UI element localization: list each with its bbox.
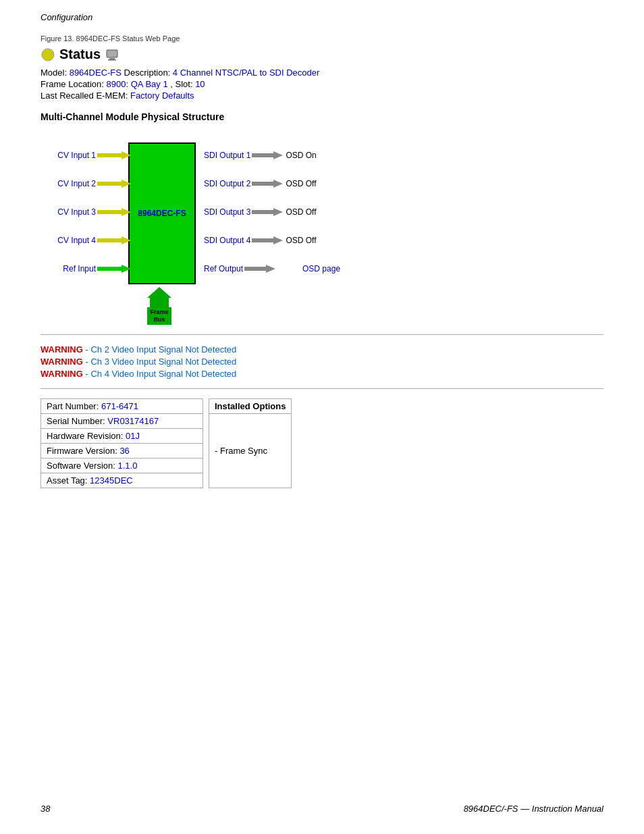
svg-marker-5 <box>97 180 131 188</box>
svg-marker-13 <box>244 265 275 273</box>
page-footer: 38 8964DEC/-FS — Instruction Manual <box>0 804 644 814</box>
svg-marker-12 <box>252 236 283 244</box>
divider-2 <box>41 388 603 389</box>
model-line: Model: 8964DEC-FS Description: 4 Channel… <box>41 68 603 78</box>
frame-location-value[interactable]: 8900: QA Bay 1 <box>107 79 168 89</box>
sdi-output-2-row: SDI Output 2 OSD Off <box>204 178 317 190</box>
cv-input-1-label[interactable]: CV Input 1 <box>41 151 96 160</box>
last-recalled-line: Last Recalled E-MEM: Factory Defaults <box>41 90 603 101</box>
table-row: Firmware Version: 36 <box>41 444 203 459</box>
description-value[interactable]: 4 Channel NTSC/PAL to SDI Decoder <box>173 68 320 78</box>
info-value: 01J <box>126 431 140 441</box>
info-value: 12345DEC <box>90 475 133 486</box>
diagram: 8964DEC-FS CV Input 1 CV Input 2 CV Inpu… <box>41 129 392 325</box>
cv-input-1-arrow <box>97 149 131 161</box>
cv-input-3-arrow <box>97 206 131 218</box>
table-row: Software Version: 1.1.0 <box>41 459 203 473</box>
svg-marker-14 <box>147 287 171 307</box>
model-value[interactable]: 8964DEC-FS <box>70 68 122 78</box>
svg-marker-11 <box>252 208 283 216</box>
sdi-output-2-osd: OSD Off <box>286 179 316 188</box>
sdi-output-2-label[interactable]: SDI Output 2 <box>204 179 250 188</box>
info-table: Part Number: 671-6471Serial Number: VR03… <box>41 398 203 488</box>
ref-output-arrow <box>244 263 275 275</box>
frame-location-line: Frame Location: 8900: QA Bay 1 , Slot: 1… <box>41 79 603 89</box>
cv-input-3-row: CV Input 3 <box>41 206 131 218</box>
slot-value[interactable]: 10 <box>195 79 205 89</box>
sdi-output-1-row: SDI Output 1 OSD On <box>204 149 317 161</box>
framebus-label: FrameBus <box>147 307 171 325</box>
info-label: Asset Tag: <box>47 475 87 486</box>
cv-input-3-label[interactable]: CV Input 3 <box>41 207 96 217</box>
sdi-output-3-row: SDI Output 3 OSD Off <box>204 206 317 218</box>
info-label: Serial Number: <box>47 416 105 426</box>
footer-page-number: 38 <box>41 804 50 814</box>
info-label: Software Version: <box>47 461 115 471</box>
last-recalled-value[interactable]: Factory Defaults <box>130 90 194 101</box>
ref-output-label[interactable]: Ref Output <box>204 264 243 273</box>
table-row: Part Number: 671-6471 <box>41 399 203 414</box>
list-item: - Frame Sync <box>209 414 292 488</box>
sdi-output-1-arrow <box>252 149 283 161</box>
installed-options-table: Installed Options - Frame Sync <box>209 398 292 488</box>
status-yellow-icon <box>41 47 55 62</box>
cv-input-2-label[interactable]: CV Input 2 <box>41 179 96 188</box>
svg-marker-10 <box>252 180 283 188</box>
diagram-title: Multi-Channel Module Physical Structure <box>41 111 603 122</box>
svg-marker-7 <box>97 236 131 244</box>
section-header: Configuration <box>0 0 644 22</box>
info-label: Hardware Revision: <box>47 431 123 441</box>
svg-rect-2 <box>109 58 115 59</box>
cv-input-4-arrow <box>97 234 131 246</box>
sdi-output-4-row: SDI Output 4 OSD Off <box>204 234 317 246</box>
warning-2: WARNING - Ch 3 Video Input Signal Not De… <box>41 357 603 367</box>
sdi-output-3-arrow <box>252 206 283 218</box>
svg-rect-3 <box>108 59 116 61</box>
info-label: Part Number: <box>47 401 99 411</box>
ref-input-label[interactable]: Ref Input <box>41 264 96 273</box>
cv-input-2-arrow <box>97 178 131 190</box>
status-title: Status <box>59 47 101 62</box>
cv-input-1-row: CV Input 1 <box>41 149 131 161</box>
info-label: Firmware Version: <box>47 446 117 456</box>
framebus-arrow <box>147 287 171 307</box>
ref-input-row: Ref Input <box>41 263 131 275</box>
center-module[interactable]: 8964DEC-FS <box>128 142 196 284</box>
sdi-output-1-label[interactable]: SDI Output 1 <box>204 151 250 160</box>
sdi-output-1-osd: OSD On <box>286 151 316 160</box>
svg-marker-4 <box>97 151 131 159</box>
footer-title: 8964DEC/-FS — Instruction Manual <box>464 804 603 814</box>
info-value: VR03174167 <box>107 416 159 426</box>
cv-input-2-row: CV Input 2 <box>41 178 131 190</box>
cv-input-4-row: CV Input 4 <box>41 234 131 246</box>
osd-page-link[interactable]: OSD page <box>302 264 340 273</box>
status-computer-icon <box>105 47 119 62</box>
installed-options-header: Installed Options <box>209 399 292 414</box>
status-header: Status <box>41 47 603 62</box>
sdi-output-3-osd: OSD Off <box>286 207 316 217</box>
sdi-output-4-label[interactable]: SDI Output 4 <box>204 236 250 245</box>
svg-point-0 <box>42 49 54 61</box>
svg-rect-1 <box>107 50 117 57</box>
table-row: Asset Tag: 12345DEC <box>41 473 203 488</box>
table-row: Hardware Revision: 01J <box>41 429 203 444</box>
info-value: 671-6471 <box>101 401 138 411</box>
table-row: Serial Number: VR03174167 <box>41 414 203 429</box>
warnings-section: WARNING - Ch 2 Video Input Signal Not De… <box>41 344 603 379</box>
svg-marker-9 <box>252 151 283 159</box>
info-section: Part Number: 671-6471Serial Number: VR03… <box>41 398 603 488</box>
ref-input-arrow <box>97 263 131 275</box>
sdi-output-2-arrow <box>252 178 283 190</box>
sdi-output-4-arrow <box>252 234 283 246</box>
ref-output-row: Ref Output OSD page <box>204 263 340 275</box>
sdi-output-4-osd: OSD Off <box>286 236 316 245</box>
figure-caption: Figure 13. 8964DEC-FS Status Web Page <box>41 34 603 43</box>
warning-3: WARNING - Ch 4 Video Input Signal Not De… <box>41 369 603 379</box>
framebus-container: FrameBus <box>147 287 171 325</box>
divider-1 <box>41 334 603 335</box>
svg-marker-6 <box>97 208 131 216</box>
info-value: 36 <box>119 446 129 456</box>
sdi-output-3-label[interactable]: SDI Output 3 <box>204 207 250 217</box>
warning-1: WARNING - Ch 2 Video Input Signal Not De… <box>41 344 603 355</box>
cv-input-4-label[interactable]: CV Input 4 <box>41 236 96 245</box>
